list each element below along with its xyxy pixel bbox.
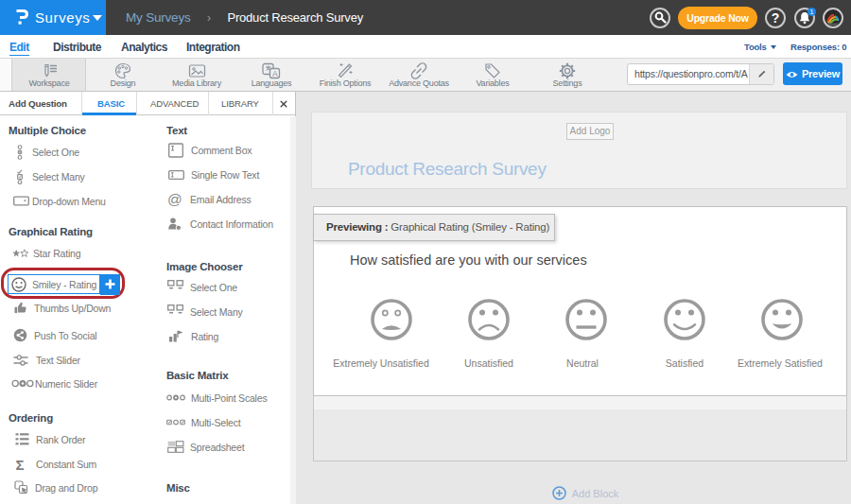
svg-text:Σ: Σ (16, 457, 25, 472)
svg-text:A: A (272, 69, 278, 78)
svg-text:@: @ (167, 192, 182, 207)
